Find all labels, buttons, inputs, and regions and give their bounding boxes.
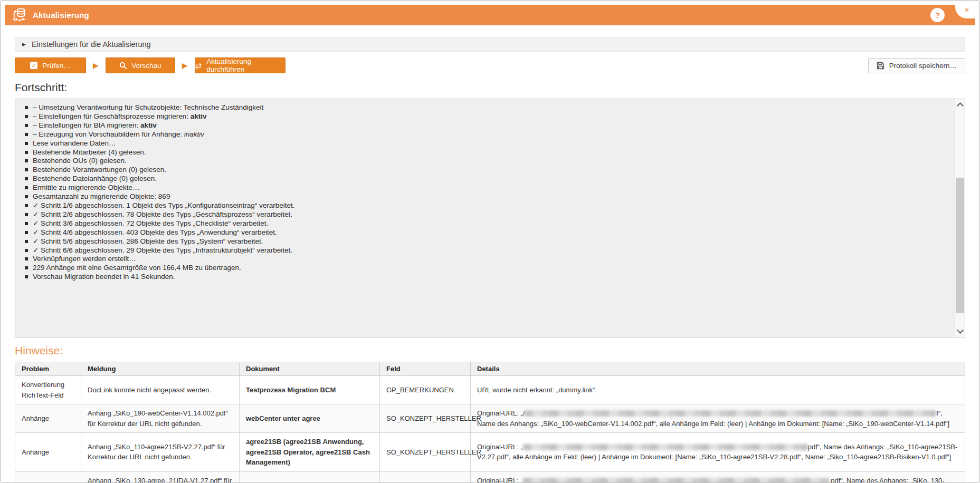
log-line-text: Schritt 4/6 abgeschlossen. 403 Objekte d… — [41, 228, 277, 236]
square-bullet-icon — [25, 266, 28, 269]
checkmark-icon: ✓ — [33, 246, 41, 254]
log-line-text: Schritt 5/6 abgeschlossen. 286 Objekte d… — [41, 237, 263, 245]
progress-log-lines: – Umsetzung Verantwortung für Schutzobje… — [25, 103, 949, 282]
column-header-problem: Problem — [15, 362, 81, 376]
cell-meldung: Anhang „SiKo_110-agree21SB-V2.27.pdf“ fü… — [81, 433, 240, 472]
square-bullet-icon — [25, 106, 28, 109]
cell-problem: Konvertierung RichText-Feld — [15, 376, 81, 404]
log-line: Vorschau Migration beendet in 41 Sekunde… — [25, 273, 949, 282]
log-scrollbar[interactable] — [955, 99, 965, 337]
title-bar: Aktualisierung ? — [5, 5, 975, 25]
square-bullet-icon — [25, 124, 28, 127]
check-button[interactable]: ✓ Prüfen… — [15, 57, 86, 73]
checkmark-icon: ✓ — [33, 228, 41, 236]
preview-button-label: Vorschau — [131, 62, 161, 70]
square-bullet-icon — [25, 195, 28, 198]
action-toolbar: ✓ Prüfen… ▶ Vorschau ▶ ⇄ Aktualisierung … — [15, 57, 965, 73]
square-bullet-icon — [25, 222, 28, 225]
cell-dokument: Testprozess Migration BCM — [240, 376, 380, 404]
cell-problem: Anhänge — [15, 404, 81, 433]
log-line: ✓ Schritt 1/6 abgeschlossen. 1 Objekt de… — [25, 201, 949, 210]
column-header-feld: Feld — [380, 362, 471, 376]
dialog-content: ▶ Einstellungen für die Aktualisierung ✓… — [5, 25, 975, 482]
cell-feld: SO_KONZEPT_HERSTELLER — [380, 433, 471, 472]
run-update-button[interactable]: ⇄ Aktualisierung durchführen — [195, 57, 286, 73]
scroll-down-icon[interactable] — [957, 327, 964, 334]
checkmark-icon: ✓ — [33, 210, 41, 218]
log-line: Bestehende Verantwortungen (0) gelesen. — [25, 166, 949, 175]
square-bullet-icon — [25, 257, 28, 260]
square-bullet-icon — [25, 115, 28, 118]
square-bullet-icon — [25, 159, 28, 162]
square-bullet-icon — [25, 133, 28, 136]
log-line-text: – Erzeugung von Vorschaubildern für Anhä… — [33, 130, 184, 138]
preview-button[interactable]: Vorschau — [106, 57, 175, 73]
log-line-text: Schritt 2/6 abgeschlossen. 78 Objekte de… — [41, 210, 292, 218]
cell-feld: GP_BEMERKUNGEN — [380, 376, 471, 404]
hints-heading: Hinweise: — [15, 344, 965, 357]
log-line-text: Gesamtanzahl zu migrierende Objekte: 869 — [33, 192, 170, 200]
column-header-meldung: Meldung — [81, 362, 240, 376]
save-icon — [877, 62, 884, 70]
log-line: ✓ Schritt 3/6 abgeschlossen. 72 Objekte … — [25, 219, 949, 228]
log-line-text: Bestehende OUs (0) gelesen. — [33, 157, 127, 165]
search-icon — [119, 62, 127, 69]
save-log-button[interactable]: Protokoll speichern… — [868, 58, 965, 73]
settings-expander[interactable]: ▶ Einstellungen für die Aktualisierung — [15, 37, 965, 52]
log-line-text: Lese vorhandene Daten… — [33, 139, 116, 147]
log-line: ✓ Schritt 5/6 abgeschlossen. 286 Objekte… — [25, 237, 949, 246]
cell-dokument: webCenter unter agree — [240, 404, 380, 433]
cell-details: Original-URL: „/f“, Name des Anhangs: „S… — [471, 404, 965, 433]
cell-feld: SO_KONZEPT_HERSTELLER — [380, 471, 471, 483]
cell-meldung: DocLink konnte nicht angepasst werden. — [81, 376, 240, 404]
log-line-text: – Einstellungen für BIA migrieren: — [33, 121, 140, 129]
square-bullet-icon — [25, 168, 28, 171]
log-line: ✓ Schritt 2/6 abgeschlossen. 78 Objekte … — [25, 210, 949, 219]
cell-meldung: Anhang „SiKo_190-webCenter-V1.14.002.pdf… — [81, 404, 240, 433]
scroll-up-icon[interactable] — [957, 102, 964, 109]
log-line: Lese vorhandene Daten… — [25, 139, 949, 148]
square-bullet-icon — [25, 213, 28, 216]
log-line-text: – Umsetzung Verantwortung für Schutzobje… — [33, 103, 263, 111]
log-line-text: – Einstellungen für Geschäftsprozesse mi… — [33, 112, 191, 120]
log-line: Ermittle zu migrierende Objekte… — [25, 183, 949, 192]
log-line-text: Schritt 6/6 abgeschlossen. 29 Objekte de… — [41, 246, 292, 254]
log-line-text: Verknüpfungen werden erstellt… — [33, 255, 136, 263]
log-line: Bestehende OUs (0) gelesen. — [25, 157, 949, 166]
swap-arrows-icon: ⇄ — [195, 62, 202, 70]
checkmark-icon: ✓ — [33, 219, 41, 227]
square-bullet-icon — [25, 186, 28, 189]
cell-feld: SO_KONZEPT_HERSTELLER — [380, 404, 471, 433]
square-bullet-icon — [25, 151, 28, 154]
page-title: Aktualisierung — [33, 11, 89, 20]
log-line: Bestehende Mitarbeiter (4) gelesen. — [25, 148, 949, 157]
hint-row: AnhängeAnhang „SiKo_190-webCenter-V1.14.… — [15, 404, 965, 433]
cell-details: Original-URL: „.pdf“, Name des Anhangs: … — [471, 471, 965, 483]
column-header-details: Details — [471, 362, 965, 376]
cell-problem: Anhänge — [15, 433, 81, 472]
sync-database-icon — [12, 7, 27, 22]
close-icon: ✕ — [964, 6, 969, 14]
redacted-text — [523, 444, 808, 450]
log-line: – Umsetzung Verantwortung für Schutzobje… — [25, 103, 949, 112]
log-line: – Erzeugung von Vorschaubildern für Anhä… — [25, 130, 949, 139]
square-bullet-icon — [25, 231, 28, 234]
hints-table: Problem Meldung Dokument Feld Details Ko… — [15, 362, 965, 483]
hint-row: AnhängeAnhang „SiKo_130-agree_21IDA-V1.2… — [15, 471, 965, 483]
hint-row: AnhängeAnhang „SiKo_110-agree21SB-V2.27.… — [15, 433, 965, 472]
log-line: ✓ Schritt 6/6 abgeschlossen. 29 Objekte … — [25, 246, 949, 255]
check-button-label: Prüfen… — [42, 62, 70, 70]
scrollbar-thumb[interactable] — [956, 178, 964, 313]
redacted-text — [523, 478, 829, 483]
log-line: – Einstellungen für Geschäftsprozesse mi… — [25, 112, 949, 121]
log-line-text: Ermittle zu migrierende Objekte… — [33, 183, 140, 191]
column-header-dokument: Dokument — [240, 362, 380, 376]
redacted-text — [525, 410, 936, 417]
progress-log-panel: – Umsetzung Verantwortung für Schutzobje… — [15, 99, 965, 337]
flow-arrow-icon: ▶ — [182, 61, 188, 70]
help-button[interactable]: ? — [930, 8, 945, 22]
cell-details: Original-URL: „pdf“, Name des Anhangs: „… — [471, 433, 965, 472]
cell-problem: Anhänge — [15, 471, 81, 483]
cell-dokument: agree21IDA — [240, 471, 380, 483]
square-bullet-icon — [25, 142, 28, 145]
